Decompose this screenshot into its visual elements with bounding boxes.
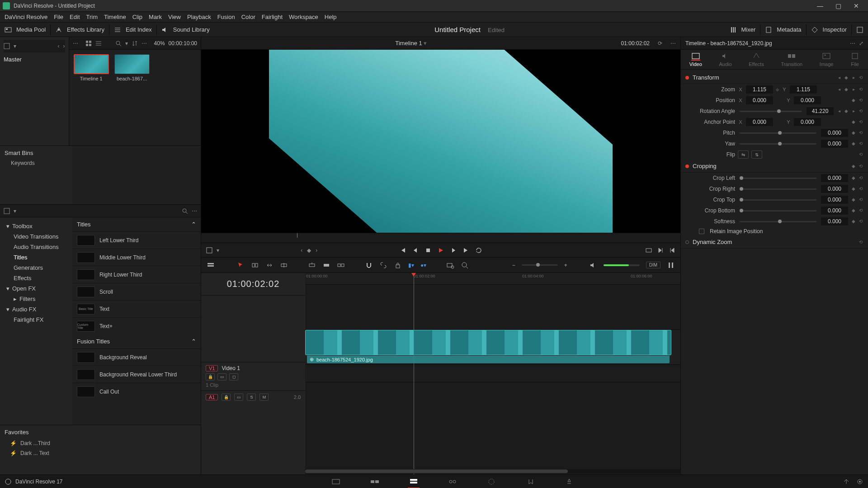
thumbnail-small-icon[interactable] xyxy=(85,40,92,47)
kf-add-icon[interactable]: ◆ xyxy=(844,87,849,92)
expand-icon[interactable]: ⤢ xyxy=(859,40,863,47)
kf-add-icon[interactable]: ◆ xyxy=(851,164,856,169)
transform-overlay-icon[interactable] xyxy=(206,247,213,254)
pitch-value[interactable]: 0.000 xyxy=(821,129,848,137)
loop-button[interactable] xyxy=(475,247,482,254)
softness-slider[interactable] xyxy=(740,221,816,222)
zoom-timeline-icon[interactable] xyxy=(461,261,469,269)
disable-track-icon[interactable]: ◻ xyxy=(229,373,238,380)
title-item[interactable]: Background Reveal Lower Third xyxy=(72,366,201,383)
kf-add-icon[interactable]: ◆ xyxy=(851,175,856,181)
section-transform[interactable]: Transform ◂◆▸⟲ xyxy=(681,71,868,84)
more-icon[interactable]: ⋯ xyxy=(142,40,147,47)
section-enabled-icon[interactable] xyxy=(685,164,689,168)
menu-item[interactable]: Timeline xyxy=(104,14,126,20)
kf-next-icon[interactable]: ▸ xyxy=(851,75,856,80)
kf-add-icon[interactable]: ◆ xyxy=(851,119,856,125)
menu-item[interactable]: View xyxy=(168,14,181,20)
timeline-scrollbar[interactable] xyxy=(305,469,680,474)
snap-icon[interactable] xyxy=(365,261,373,269)
mute-icon[interactable] xyxy=(589,261,597,269)
media-pool-toggle[interactable]: Media Pool xyxy=(16,26,46,33)
tab-video[interactable]: Video xyxy=(689,52,702,67)
menu-item[interactable]: Clip xyxy=(132,14,142,20)
sync-icon[interactable]: ⟳ xyxy=(658,40,662,47)
search-icon[interactable] xyxy=(182,208,188,214)
crop-top-slider[interactable] xyxy=(740,199,816,201)
volume-slider[interactable] xyxy=(604,264,640,266)
tree-filters[interactable]: ▸Filters xyxy=(3,294,70,304)
menu-item[interactable]: Mark xyxy=(149,14,162,20)
chevron-down-icon[interactable]: ▾ xyxy=(424,40,427,47)
anchor-x-value[interactable]: 0.000 xyxy=(746,118,773,126)
favorite-item[interactable]: ⚡Dark ... Text xyxy=(5,448,196,458)
go-end-button[interactable] xyxy=(462,247,470,254)
chevron-down-icon[interactable]: ▾ xyxy=(14,43,16,49)
retain-checkbox[interactable] xyxy=(699,229,704,234)
lock-icon[interactable] xyxy=(394,261,402,269)
zoom-x-value[interactable]: 1.115 xyxy=(746,85,773,94)
reset-icon[interactable]: ⟲ xyxy=(858,141,863,146)
next-bin-icon[interactable]: › xyxy=(63,43,65,49)
reset-icon[interactable]: ⟲ xyxy=(858,119,863,125)
clip-item[interactable]: beach-1867... xyxy=(114,54,150,81)
title-item[interactable]: Right Lower Third xyxy=(72,266,201,283)
tree-video-transitions[interactable]: Video Transitions xyxy=(3,231,70,242)
video-track-header[interactable]: V1 Video 1 🔒 ▭ ◻ 1 Clip xyxy=(201,362,305,390)
reset-icon[interactable]: ⟲ xyxy=(858,87,863,92)
kf-add-icon[interactable]: ◆ xyxy=(844,108,849,114)
auto-select-icon[interactable]: ▭ xyxy=(217,373,226,380)
tab-effects[interactable]: Effects xyxy=(749,52,764,67)
reset-icon[interactable]: ⟲ xyxy=(858,186,863,192)
minimize-button[interactable]: — xyxy=(811,2,829,9)
chevron-down-icon[interactable]: ▾ xyxy=(14,208,16,214)
softness-value[interactable]: 0.000 xyxy=(821,217,848,225)
kf-add-icon[interactable]: ◆ xyxy=(851,130,856,136)
title-item[interactable]: Call Out xyxy=(72,383,201,400)
kf-prev-icon[interactable]: ◂ xyxy=(836,75,842,80)
search-timeline-icon[interactable] xyxy=(446,261,454,269)
timeline-name[interactable]: Timeline 1 xyxy=(395,40,422,47)
playhead[interactable] xyxy=(414,273,414,474)
bin-master[interactable]: Master xyxy=(4,54,65,64)
edit-index-toggle[interactable]: Edit Index xyxy=(126,26,152,33)
flag-icon[interactable]: ▮▾ xyxy=(408,262,414,268)
kf-add-icon[interactable]: ◆ xyxy=(851,197,856,202)
blade-tool-icon[interactable] xyxy=(280,261,288,269)
crop-bottom-value[interactable]: 0.000 xyxy=(821,206,848,215)
rotation-slider[interactable] xyxy=(740,111,802,112)
reset-icon[interactable]: ⟲ xyxy=(858,208,863,213)
kf-add-icon[interactable]: ◆ xyxy=(844,75,849,80)
video-track[interactable]: ⊕beach-1867524_1920.jpg xyxy=(305,329,680,365)
dim-button[interactable]: DIM xyxy=(646,262,660,268)
viewer[interactable] xyxy=(201,50,680,233)
project-manager-icon[interactable] xyxy=(843,478,850,485)
menu-item[interactable]: Edit xyxy=(70,14,80,20)
timeline-ruler[interactable]: 01:00:00:00 01:00:02:00 01:00:04:00 01:0… xyxy=(305,273,680,285)
metadata-toggle[interactable]: Metadata xyxy=(777,26,801,33)
overwrite-clip-icon[interactable] xyxy=(322,261,330,269)
tree-audio-transitions[interactable]: Audio Transitions xyxy=(3,242,70,252)
page-cut[interactable] xyxy=(369,477,381,486)
reset-icon[interactable]: ⟲ xyxy=(858,164,863,169)
page-deliver[interactable] xyxy=(563,477,575,486)
replace-clip-icon[interactable] xyxy=(337,261,345,269)
reset-icon[interactable]: ⟲ xyxy=(858,98,863,103)
titles-header[interactable]: Titles⌃ xyxy=(72,217,201,231)
maximize-button[interactable]: ▢ xyxy=(829,2,847,9)
chevron-down-icon[interactable]: ▾ xyxy=(125,40,128,47)
more-icon[interactable]: ⋯ xyxy=(670,40,676,47)
flip-v-button[interactable]: ⇅ xyxy=(751,150,762,159)
position-x-value[interactable]: 0.000 xyxy=(746,96,773,104)
menu-item[interactable]: Color xyxy=(241,14,255,20)
bin-list-view-icon[interactable] xyxy=(4,43,10,49)
audio-track-badge[interactable]: A1 xyxy=(206,394,218,400)
tab-transition[interactable]: Transition xyxy=(781,52,802,67)
stop-button[interactable] xyxy=(425,247,432,254)
mute-track-icon[interactable]: M xyxy=(259,394,269,401)
position-y-value[interactable]: 0.000 xyxy=(794,96,821,104)
mixer-toggle[interactable]: Mixer xyxy=(741,26,756,33)
reset-icon[interactable]: ⟲ xyxy=(858,239,863,245)
play-button[interactable] xyxy=(437,247,444,254)
title-item[interactable]: Scroll xyxy=(72,283,201,300)
